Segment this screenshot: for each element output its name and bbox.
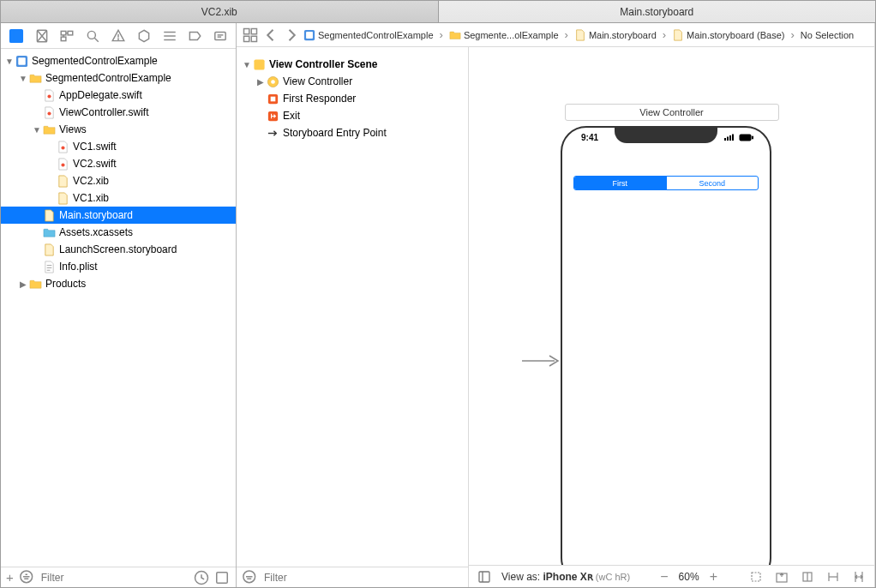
segment-first[interactable]: First <box>574 177 666 189</box>
project-tree[interactable]: ▼ SegmentedControlExample ▼ SegmentedCon… <box>1 49 236 567</box>
report-navigator-icon[interactable] <box>212 27 229 45</box>
filter-icon[interactable] <box>242 569 259 586</box>
related-items-icon[interactable] <box>242 27 259 44</box>
navigator-filter-bar: + <box>1 567 236 587</box>
svg-rect-21 <box>18 57 25 64</box>
forward-button[interactable] <box>283 27 300 44</box>
storyboard-canvas[interactable]: View Controller 9:41 <box>469 47 874 565</box>
outline-toggle-icon[interactable] <box>476 568 493 585</box>
file-node[interactable]: Info.plist <box>1 258 236 275</box>
file-node[interactable]: VC1.xib <box>1 189 236 207</box>
svg-rect-60 <box>752 573 760 581</box>
project-node[interactable]: ▼ SegmentedControlExample <box>1 52 236 69</box>
find-navigator-icon[interactable] <box>84 27 101 45</box>
storyboard-entry-arrow-icon[interactable] <box>520 352 561 369</box>
swift-file-icon <box>42 105 56 119</box>
tree-label: VC2.xib <box>73 175 109 187</box>
file-node[interactable]: Assets.xcassets <box>1 224 236 241</box>
breadcrumb-project[interactable]: SegmentedControlExample <box>303 29 434 41</box>
file-node[interactable]: VC2.swift <box>1 155 236 172</box>
first-responder-node[interactable]: First Responder <box>237 90 468 107</box>
zoom-out-button[interactable]: − <box>660 569 668 585</box>
tree-label: SegmentedControlExample <box>32 55 158 67</box>
breadcrumb-file[interactable]: Main.storyboard <box>574 29 657 41</box>
swift-file-icon <box>56 157 69 171</box>
svg-rect-17 <box>215 32 225 39</box>
view-controller-icon <box>266 75 279 88</box>
svg-point-10 <box>88 31 96 39</box>
add-button[interactable]: + <box>6 570 14 585</box>
group-node[interactable]: ▼ SegmentedControlExample <box>1 69 236 87</box>
view-controller-node[interactable]: ▶ View Controller <box>237 73 468 90</box>
breadcrumb-localization[interactable]: Main.storyboard (Base) <box>672 29 784 41</box>
svg-rect-56 <box>740 134 752 141</box>
symbol-navigator-icon[interactable] <box>59 27 76 45</box>
disclosure-triangle-icon[interactable]: ▼ <box>18 74 28 83</box>
file-node[interactable]: VC2.xib <box>1 172 236 189</box>
scene-node[interactable]: ▼ View Controller Scene <box>237 56 468 73</box>
file-node[interactable]: VC1.swift <box>1 138 236 155</box>
embed-in-icon[interactable] <box>773 568 790 585</box>
jump-bar[interactable]: SegmentedControlExample Segmente...olExa… <box>237 23 874 47</box>
project-navigator-icon[interactable] <box>8 27 25 45</box>
swift-file-icon <box>42 88 56 102</box>
scene-title-bar[interactable]: View Controller <box>565 104 779 121</box>
issue-navigator-icon[interactable] <box>110 27 127 45</box>
outline-filter-bar <box>237 567 468 587</box>
recent-filter-icon[interactable] <box>193 569 210 586</box>
disclosure-triangle-icon[interactable]: ▶ <box>18 279 28 289</box>
zoom-level[interactable]: 60% <box>679 571 699 583</box>
breadcrumb-group[interactable]: Segmente...olExample <box>449 29 559 41</box>
tree-label: Assets.xcassets <box>59 226 133 238</box>
zoom-in-button[interactable]: + <box>710 569 717 585</box>
tab-vc2-xib[interactable]: VC2.xib <box>1 1 439 22</box>
group-node[interactable]: ▼ Views <box>1 121 236 138</box>
scm-filter-icon[interactable] <box>213 569 231 586</box>
svg-rect-55 <box>732 135 734 141</box>
view-as-button[interactable]: View as: iPhone Xʀ (wC hR) <box>501 571 630 583</box>
filter-input[interactable] <box>41 572 188 584</box>
tab-main-storyboard[interactable]: Main.storyboard <box>439 1 876 22</box>
file-node[interactable]: AppDelegate.swift <box>1 87 236 104</box>
debug-navigator-icon[interactable] <box>161 27 178 45</box>
file-node[interactable]: LaunchScreen.storyboard <box>1 241 236 258</box>
svg-line-11 <box>94 38 99 42</box>
status-bar: 9:41 <box>562 131 770 143</box>
svg-point-22 <box>47 94 51 98</box>
entry-point-node[interactable]: Storyboard Entry Point <box>237 124 468 141</box>
update-frames-icon[interactable] <box>747 568 765 585</box>
disclosure-triangle-icon[interactable]: ▶ <box>255 77 266 87</box>
status-time: 9:41 <box>581 133 598 142</box>
file-node-selected[interactable]: Main.storyboard <box>1 207 236 224</box>
disclosure-triangle-icon[interactable]: ▼ <box>4 57 15 66</box>
resolve-constraints-icon[interactable] <box>850 568 867 585</box>
assets-catalog-icon <box>42 225 56 239</box>
tree-label: First Responder <box>283 93 356 105</box>
device-preview[interactable]: 9:41 First Second <box>561 126 771 565</box>
source-control-navigator-icon[interactable] <box>33 27 51 45</box>
disclosure-triangle-icon[interactable]: ▼ <box>242 60 252 69</box>
add-constraints-icon[interactable] <box>825 568 842 585</box>
tree-label: VC1.swift <box>73 141 117 153</box>
filter-icon[interactable] <box>19 569 36 586</box>
svg-rect-36 <box>251 28 256 33</box>
project-navigator: ▼ SegmentedControlExample ▼ SegmentedCon… <box>1 23 237 587</box>
disclosure-triangle-icon[interactable]: ▼ <box>32 125 42 135</box>
test-navigator-icon[interactable] <box>135 27 153 45</box>
outline-filter-input[interactable] <box>264 572 463 584</box>
svg-rect-7 <box>62 37 67 41</box>
svg-point-25 <box>61 163 64 166</box>
back-button[interactable] <box>262 27 279 44</box>
svg-rect-41 <box>254 59 264 69</box>
xcode-project-icon <box>15 54 28 68</box>
breakpoint-navigator-icon[interactable] <box>186 27 203 45</box>
outline-tree[interactable]: ▼ View Controller Scene ▶ View Controlle… <box>237 47 468 567</box>
align-icon[interactable] <box>799 568 816 585</box>
segment-second[interactable]: Second <box>666 177 759 189</box>
svg-rect-57 <box>752 135 753 139</box>
group-node[interactable]: ▶ Products <box>1 275 236 292</box>
exit-node[interactable]: Exit <box>237 107 468 124</box>
breadcrumb-selection[interactable]: No Selection <box>801 30 854 40</box>
segmented-control[interactable]: First Second <box>573 176 759 190</box>
file-node[interactable]: ViewController.swift <box>1 104 236 121</box>
